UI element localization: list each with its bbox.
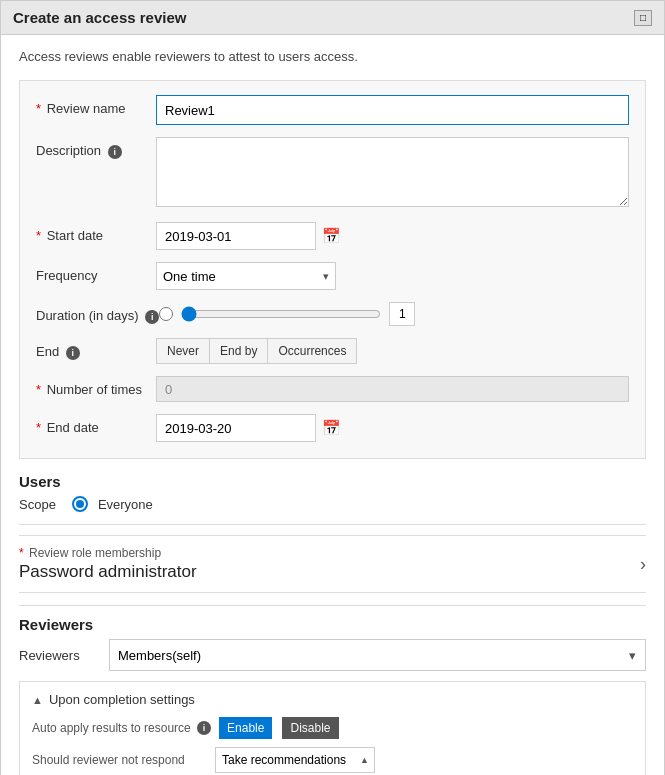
description-input[interactable]	[156, 137, 629, 207]
duration-label: Duration (in days) i	[36, 302, 159, 324]
maximize-button[interactable]: □	[634, 10, 652, 26]
review-name-row: * Review name	[36, 95, 629, 125]
auto-apply-info-icon: i	[197, 721, 211, 735]
scope-label: Scope	[19, 497, 56, 512]
end-date-field: 📅	[156, 414, 629, 442]
disable-button[interactable]: Disable	[282, 717, 338, 739]
description-label: Description i	[36, 137, 156, 159]
main-window: Create an access review □ Access reviews…	[0, 0, 665, 775]
enable-button[interactable]: Enable	[219, 717, 272, 739]
end-date-label: * End date	[36, 414, 156, 435]
frequency-select-wrapper: One time Weekly Monthly Quarterly Annual…	[156, 262, 336, 290]
divider-1	[19, 524, 646, 525]
subtitle-text: Access reviews enable reviewers to attes…	[19, 49, 646, 64]
scope-value: Everyone	[98, 497, 153, 512]
reviewers-section-title: Reviewers	[19, 616, 646, 633]
completion-title: Upon completion settings	[49, 692, 195, 707]
reviewers-label: Reviewers	[19, 648, 99, 663]
reviewers-select-wrapper: Members(self) Selected users Managers	[109, 639, 646, 671]
should-reviewer-row: Should reviewer not respond Take recomme…	[32, 747, 633, 773]
required-indicator-times: *	[36, 382, 41, 397]
auto-apply-row: Auto apply results to resource i Enable …	[32, 717, 633, 739]
users-section-title: Users	[19, 473, 646, 490]
start-date-label: * Start date	[36, 222, 156, 243]
review-name-label: * Review name	[36, 95, 156, 116]
end-endby-button[interactable]: End by	[210, 338, 268, 364]
end-label: End i	[36, 338, 156, 360]
description-info-icon: i	[108, 145, 122, 159]
frequency-label: Frequency	[36, 262, 156, 283]
completion-toggle[interactable]: ▲ Upon completion settings	[32, 692, 633, 707]
required-indicator-enddate: *	[36, 420, 41, 435]
recommend-select-wrapper: Take recommendations No change Remove ac…	[215, 747, 375, 773]
number-times-input	[156, 376, 629, 402]
required-indicator-date: *	[36, 228, 41, 243]
scope-radio[interactable]	[72, 496, 88, 512]
duration-slider[interactable]	[181, 306, 381, 322]
title-bar: Create an access review □	[1, 1, 664, 35]
chevron-right-icon: ›	[640, 554, 646, 575]
end-date-row-inner: 📅	[156, 414, 629, 442]
frequency-field: One time Weekly Monthly Quarterly Annual…	[156, 262, 629, 290]
role-value: Password administrator	[19, 562, 197, 582]
users-section: Users Scope Everyone * Review role membe…	[19, 473, 646, 606]
collapse-arrow-icon: ▲	[32, 694, 43, 706]
required-indicator: *	[36, 101, 41, 116]
reviewers-section: Reviewers Reviewers Members(self) Select…	[19, 616, 646, 775]
completion-section: ▲ Upon completion settings Auto apply re…	[19, 681, 646, 775]
start-date-input[interactable]	[156, 222, 316, 250]
start-date-row-inner: 📅	[156, 222, 629, 250]
end-never-button[interactable]: Never	[156, 338, 210, 364]
duration-row: Duration (in days) i	[36, 302, 629, 326]
number-times-field	[156, 376, 629, 402]
scope-row: Scope Everyone	[19, 496, 646, 512]
end-row: End i Never End by Occurrences	[36, 338, 629, 364]
duration-slider-row	[159, 302, 629, 326]
description-field	[156, 137, 629, 210]
duration-radio[interactable]	[159, 307, 173, 321]
role-label-small: * Review role membership	[19, 546, 197, 560]
frequency-select[interactable]: One time Weekly Monthly Quarterly Annual…	[156, 262, 336, 290]
start-date-row: * Start date 📅	[36, 222, 629, 250]
number-times-row: * Number of times	[36, 376, 629, 402]
role-info: * Review role membership Password admini…	[19, 546, 197, 582]
duration-field	[159, 302, 629, 326]
window-title: Create an access review	[13, 9, 186, 26]
review-name-input[interactable]	[156, 95, 629, 125]
end-occurrences-button[interactable]: Occurrences	[268, 338, 357, 364]
frequency-row: Frequency One time Weekly Monthly Quarte…	[36, 262, 629, 290]
should-reviewer-label: Should reviewer not respond	[32, 753, 207, 767]
duration-info-icon: i	[145, 310, 159, 324]
end-field: Never End by Occurrences	[156, 338, 629, 364]
number-times-label: * Number of times	[36, 376, 156, 397]
duration-value-input[interactable]	[389, 302, 415, 326]
end-calendar-icon[interactable]: 📅	[322, 419, 341, 437]
start-date-field: 📅	[156, 222, 629, 250]
calendar-icon[interactable]: 📅	[322, 227, 341, 245]
content-area: Access reviews enable reviewers to attes…	[1, 35, 664, 775]
role-membership-row[interactable]: * Review role membership Password admini…	[19, 535, 646, 593]
end-buttons-group: Never End by Occurrences	[156, 338, 629, 364]
auto-apply-label: Auto apply results to resource i	[32, 721, 211, 736]
reviewers-select[interactable]: Members(self) Selected users Managers	[109, 639, 646, 671]
end-date-input[interactable]	[156, 414, 316, 442]
description-row: Description i	[36, 137, 629, 210]
main-form-section: * Review name Description i	[19, 80, 646, 459]
end-info-icon: i	[66, 346, 80, 360]
review-name-field	[156, 95, 629, 125]
reviewers-row: Reviewers Members(self) Selected users M…	[19, 639, 646, 671]
scope-radio-inner	[76, 500, 84, 508]
window-controls: □	[634, 10, 652, 26]
recommend-select[interactable]: Take recommendations No change Remove ac…	[215, 747, 375, 773]
end-date-row: * End date 📅	[36, 414, 629, 442]
divider-2	[19, 605, 646, 606]
required-indicator-role: *	[19, 546, 24, 560]
